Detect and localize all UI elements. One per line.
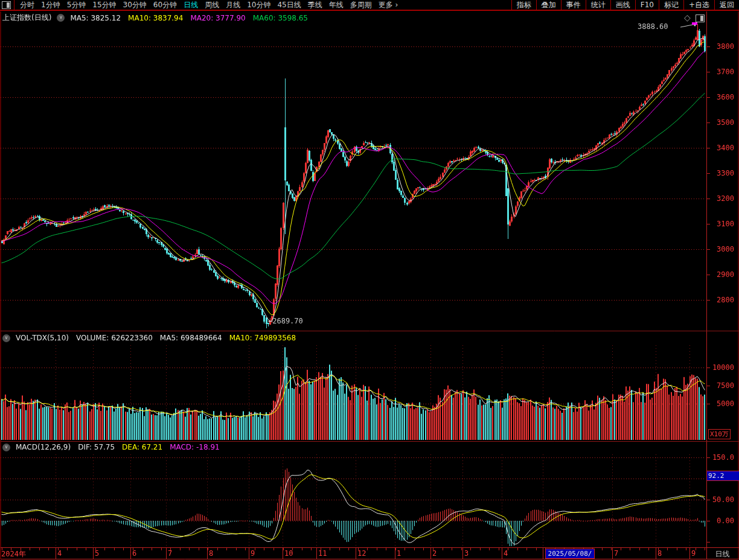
- period-tabs: 分时1分钟5分钟15分钟30分钟60分钟日线周线月线10分钟45日线季线年线多周…: [20, 0, 511, 10]
- collapse-chevron-icon[interactable]: ∨: [2, 334, 10, 342]
- toolbar-button-3[interactable]: 统计: [586, 0, 610, 10]
- collapse-chevron-icon[interactable]: ∨: [57, 14, 65, 22]
- panel-layout-icon[interactable]: [2, 1, 11, 9]
- xaxis-label-4: 4: [504, 549, 508, 558]
- toolbar-button-7[interactable]: +自选: [683, 0, 714, 10]
- price-tick-label: 2900: [708, 270, 734, 279]
- toolbar-button-0[interactable]: 指标: [511, 0, 536, 10]
- price-tick-label: 3200: [708, 194, 734, 203]
- xaxis-label-3: 3: [464, 549, 469, 558]
- toolbar-button-8[interactable]: 返回: [714, 0, 739, 10]
- xaxis-label-4: 4: [57, 549, 62, 558]
- selected-date-badge: 2025/05/08/四: [545, 549, 595, 559]
- price-tick-label: 3300: [708, 169, 734, 177]
- toolbar-button-5[interactable]: F10: [635, 0, 659, 10]
- toolbar-button-6[interactable]: 标记: [659, 0, 683, 10]
- symbol-title[interactable]: 上证指数(日线): [2, 13, 51, 23]
- period-tab-9[interactable]: 10分钟: [247, 0, 270, 10]
- price-tick-label: 3500: [708, 118, 734, 127]
- price-tick-label: 3700: [708, 68, 734, 76]
- indicator-readout: MA10: 3837.94: [128, 14, 183, 22]
- volume-tick-label: 7500: [708, 381, 734, 390]
- tdx-trading-app: 分时1分钟5分钟15分钟30分钟60分钟日线周线月线10分钟45日线季线年线多周…: [0, 0, 739, 560]
- indicator-readout: MA20: 3777.90: [190, 14, 245, 22]
- xaxis-label-8: 8: [209, 549, 213, 558]
- period-tab-0[interactable]: 分时: [20, 0, 34, 10]
- macd-indicator-values: MACD(12,26,9)DIF: 57.75DEA: 67.21MACD: -…: [16, 443, 220, 451]
- toolbar-right-buttons: 指标叠加事件统计画线F10标记+自选返回: [511, 0, 739, 10]
- indicator-readout: DEA: 67.21: [122, 443, 162, 451]
- volume-tick-label: 10000: [708, 363, 734, 372]
- xaxis-label-7: 7: [168, 549, 172, 558]
- indicator-readout: MA60: 3598.65: [253, 14, 308, 22]
- price-tick-label: 2800: [708, 296, 734, 304]
- indicator-readout: MA5: 698489664: [160, 334, 222, 342]
- xaxis-label-7: 7: [614, 549, 618, 558]
- window-panel-icon[interactable]: [696, 14, 705, 22]
- price-indicator-values: MA5: 3825.12MA10: 3837.94MA20: 3777.90MA…: [70, 14, 308, 22]
- price-tick-label: 3600: [708, 93, 734, 101]
- indicator-readout: MA10: 749893568: [229, 334, 296, 342]
- chart-canvas[interactable]: [0, 0, 739, 560]
- indicator-readout: VOLUME: 626223360: [76, 334, 153, 342]
- period-tab-11[interactable]: 季线: [308, 0, 322, 10]
- xaxis-label-11: 11: [318, 549, 327, 558]
- indicator-readout: DIF: 57.75: [78, 443, 115, 451]
- period-tab-5[interactable]: 60分钟: [153, 0, 177, 10]
- volume-unit-label: X10万: [708, 429, 731, 439]
- volume-pane-header: ∨ VOL-TDX(5,10)VOLUME: 626223360MA5: 698…: [2, 334, 296, 342]
- period-tab-6[interactable]: 日线: [184, 0, 198, 10]
- xaxis-label-10: 10: [284, 549, 293, 558]
- period-tab-1[interactable]: 1分钟: [41, 0, 60, 10]
- toolbar-divider: [14, 0, 14, 10]
- indicator-readout: MACD: -18.91: [170, 443, 220, 451]
- period-tab-12[interactable]: 年线: [329, 0, 344, 10]
- volume-indicator-values: VOL-TDX(5,10)VOLUME: 626223360MA5: 69848…: [16, 334, 296, 342]
- toolbar-button-4[interactable]: 画线: [610, 0, 635, 10]
- xaxis-label-6: 6: [132, 549, 136, 558]
- price-pane-header: 上证指数(日线) ∨ MA5: 3825.12MA10: 3837.94MA20…: [2, 13, 308, 23]
- xaxis-label-8: 8: [657, 549, 662, 558]
- high-price-label: 3888.60: [638, 22, 668, 31]
- xaxis-label-12: 12: [357, 549, 366, 558]
- macd-tick-label: 50.00: [708, 495, 734, 504]
- period-tab-8[interactable]: 月线: [226, 0, 240, 10]
- period-tab-2[interactable]: 5分钟: [67, 0, 86, 10]
- macd-tick-label: 150.0: [708, 453, 734, 462]
- xaxis-label-2024年: 2024年: [1, 549, 26, 559]
- macd-pane-header: ∨ MACD(12,26,9)DIF: 57.75DEA: 67.21MACD:…: [2, 443, 220, 451]
- low-price-label: ←2689.70: [268, 317, 303, 325]
- period-tab-14[interactable]: 更多 ›: [379, 0, 398, 10]
- period-tab-7[interactable]: 周线: [205, 0, 219, 10]
- period-tab-3[interactable]: 15分钟: [92, 0, 116, 10]
- xaxis-label-9: 9: [691, 549, 696, 558]
- toolbar-button-1[interactable]: 叠加: [536, 0, 561, 10]
- top-toolbar: 分时1分钟5分钟15分钟30分钟60分钟日线周线月线10分钟45日线季线年线多周…: [0, 0, 739, 11]
- xaxis-label-2: 2: [432, 549, 437, 558]
- period-tab-13[interactable]: 多周期: [350, 0, 372, 10]
- indicator-readout: VOL-TDX(5,10): [16, 334, 69, 342]
- xaxis-label-9: 9: [251, 549, 255, 558]
- toolbar-button-2[interactable]: 事件: [561, 0, 586, 10]
- magenta-marker: [692, 22, 697, 25]
- price-tick-label: 3000: [708, 245, 734, 253]
- price-tick-label: 3400: [708, 144, 734, 152]
- xaxis-period-label: 日线: [706, 549, 738, 559]
- xaxis-label-1: 1: [397, 549, 401, 558]
- price-tick-label: 3100: [708, 220, 734, 228]
- indicator-readout: MACD(12,26,9): [16, 443, 71, 451]
- xaxis-label-5: 5: [95, 549, 99, 558]
- indicator-readout: MA5: 3825.12: [70, 14, 121, 22]
- period-tab-10[interactable]: 45日线: [277, 0, 301, 10]
- period-tab-4[interactable]: 30分钟: [123, 0, 147, 10]
- collapse-chevron-icon[interactable]: ∨: [2, 444, 10, 451]
- volume-tick-label: 5000: [708, 399, 734, 408]
- diamond-marker-icon[interactable]: ◇: [684, 13, 691, 22]
- macd-tick-label: 0.00: [708, 517, 734, 525]
- price-tick-label: 3800: [708, 42, 734, 51]
- macd-axis-marker: 92.2: [707, 471, 739, 481]
